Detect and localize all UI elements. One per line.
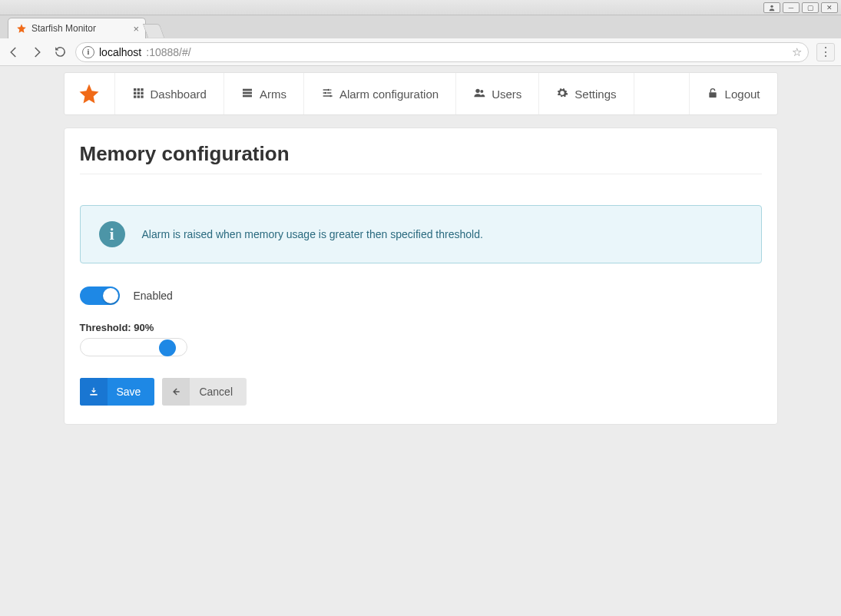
favicon-star-icon (16, 23, 27, 34)
slider-thumb[interactable] (159, 339, 176, 356)
bookmark-star-icon[interactable]: ☆ (792, 45, 802, 59)
page-viewport: Dashboard Arms Alarm configuration Users (0, 66, 841, 616)
svg-rect-5 (137, 91, 139, 94)
alert-text: Alarm is raised when memory usage is gre… (142, 228, 483, 240)
nav-label: Users (492, 88, 521, 101)
app-navbar: Dashboard Arms Alarm configuration Users (64, 72, 778, 115)
svg-point-17 (480, 90, 483, 93)
svg-point-15 (329, 94, 332, 97)
svg-rect-8 (137, 95, 139, 98)
svg-rect-11 (243, 91, 252, 94)
browser-toolbar: i localhost:10888/#/ ☆ ⋮ (0, 38, 841, 66)
svg-rect-4 (134, 91, 136, 94)
svg-rect-6 (141, 91, 143, 94)
browser-tabstrip: Starfish Monitor × (0, 15, 841, 38)
nav-label: Settings (574, 88, 616, 101)
site-info-icon[interactable]: i (82, 46, 94, 58)
browser-menu-button[interactable]: ⋮ (816, 43, 835, 61)
cancel-button[interactable]: Cancel (162, 378, 247, 406)
svg-rect-9 (141, 95, 143, 98)
save-button[interactable]: Save (80, 378, 155, 406)
arrow-left-icon (162, 378, 190, 406)
reload-button[interactable] (52, 45, 68, 60)
address-bar[interactable]: i localhost:10888/#/ ☆ (75, 42, 809, 62)
nav-settings[interactable]: Settings (539, 73, 634, 114)
svg-rect-2 (137, 88, 139, 91)
svg-rect-12 (243, 94, 252, 97)
button-label: Cancel (199, 386, 233, 398)
nav-logout[interactable]: Logout (689, 73, 777, 114)
threshold-slider[interactable] (80, 338, 187, 356)
nav-label: Logout (725, 88, 760, 101)
new-tab-button[interactable] (143, 24, 165, 38)
nav-dashboard[interactable]: Dashboard (115, 73, 224, 114)
close-window-button[interactable]: ✕ (821, 2, 838, 13)
unlock-icon (707, 87, 719, 101)
svg-point-13 (328, 88, 330, 91)
gear-icon (556, 87, 568, 101)
maximize-window-button[interactable]: ▢ (802, 2, 819, 13)
svg-rect-18 (709, 92, 716, 98)
svg-rect-10 (243, 88, 252, 91)
enabled-toggle[interactable] (80, 286, 120, 305)
tab-close-icon[interactable]: × (133, 23, 139, 35)
svg-rect-3 (141, 88, 143, 91)
svg-rect-1 (134, 88, 136, 91)
users-icon (473, 87, 485, 101)
nav-label: Arms (260, 88, 286, 101)
browser-tab-title: Starfish Monitor (31, 23, 96, 34)
nav-arms[interactable]: Arms (224, 73, 304, 114)
nav-users[interactable]: Users (456, 73, 539, 114)
url-host: localhost (99, 46, 141, 58)
threshold-label: Threshold: 90% (80, 322, 762, 333)
sliders-icon (321, 87, 333, 101)
svg-point-0 (770, 5, 773, 7)
download-icon (80, 378, 108, 406)
browser-tab-active[interactable]: Starfish Monitor × (8, 18, 146, 38)
svg-point-14 (325, 91, 327, 94)
svg-point-16 (475, 88, 479, 92)
info-alert: i Alarm is raised when memory usage is g… (80, 205, 762, 263)
button-label: Save (117, 386, 141, 398)
enabled-label: Enabled (134, 290, 173, 302)
grid-icon (132, 87, 144, 101)
nav-alarm-configuration[interactable]: Alarm configuration (304, 73, 456, 114)
page-title: Memory configuration (80, 142, 762, 174)
brand-logo[interactable] (65, 73, 115, 114)
url-rest: :10888/#/ (146, 46, 190, 58)
minimize-window-button[interactable]: ─ (783, 2, 800, 13)
config-card: Memory configuration i Alarm is raised w… (64, 128, 778, 425)
info-icon: i (99, 221, 125, 247)
forward-button[interactable] (29, 45, 45, 60)
nav-label: Alarm configuration (339, 88, 439, 101)
user-window-button[interactable] (763, 2, 780, 13)
server-icon (241, 87, 253, 101)
window-titlebar: ─ ▢ ✕ (0, 0, 841, 15)
back-button[interactable] (6, 45, 22, 60)
nav-label: Dashboard (151, 88, 207, 101)
toggle-knob (103, 288, 118, 303)
svg-rect-7 (134, 95, 136, 98)
